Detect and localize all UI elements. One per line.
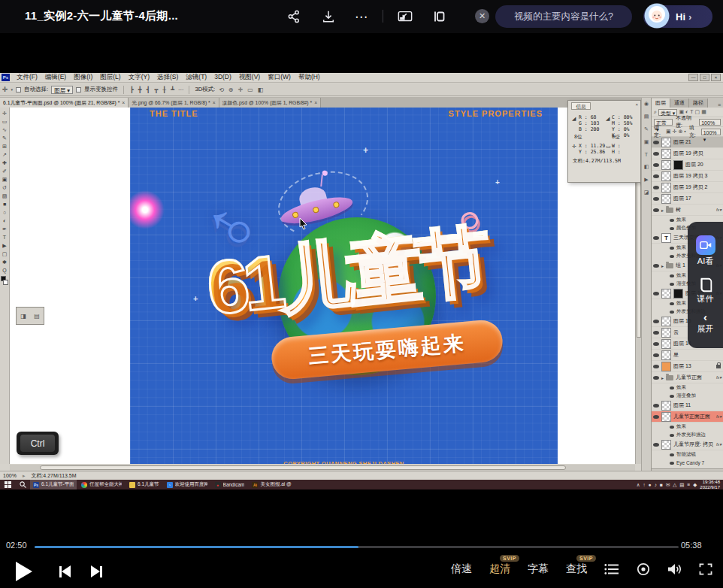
taskbar-item[interactable]: Ai美女图报.ai @ 60... <box>249 480 295 489</box>
align-left-icon[interactable]: ┣ <box>129 86 135 93</box>
tool-move[interactable]: ✛ <box>1 109 9 117</box>
layer-row[interactable]: 图层 20 <box>652 159 723 171</box>
taskbar-item[interactable]: Ps6.1儿童节-平面图.p... <box>30 480 77 489</box>
align-center-icon[interactable]: ╋ <box>138 86 143 93</box>
tool-pen[interactable]: ✒ <box>1 225 9 233</box>
visibility-eye-icon[interactable] <box>670 302 674 305</box>
fx-indicator[interactable]: fx▾ <box>716 442 721 447</box>
visibility-eye-icon[interactable] <box>653 292 659 296</box>
visibility-eye-icon[interactable] <box>653 443 659 447</box>
filter-kind-dropdown[interactable]: 类型 ▾ <box>658 109 677 116</box>
tray-icon[interactable]: ● <box>649 482 652 488</box>
opacity-value[interactable]: 100% ▾ <box>699 119 721 126</box>
tool-zoom[interactable]: Q <box>1 266 9 274</box>
taskbar-item[interactable]: ●Bandicam <box>212 480 248 489</box>
align-bottom-icon[interactable]: ┻ <box>170 86 175 93</box>
tool-brush[interactable]: ✐ <box>1 167 9 175</box>
layer-effect-row[interactable]: 智能滤镜 <box>652 450 723 459</box>
dock-panel-icon[interactable]: ✎ <box>644 126 649 132</box>
taskbar-item[interactable]: 任屋帮全能大神教... <box>78 480 125 489</box>
visibility-eye-icon[interactable] <box>653 163 659 167</box>
start-button[interactable] <box>0 480 15 489</box>
filter-icon[interactable]: ▦ <box>701 109 706 115</box>
picture-in-picture-icon[interactable] <box>397 8 413 25</box>
tray-icon[interactable]: ✉ <box>666 482 670 488</box>
courseware-label[interactable]: 课件 <box>697 293 714 305</box>
3d-slide-icon[interactable]: ▭ <box>247 86 254 93</box>
info-panel-tab[interactable]: 信息 <box>571 102 591 110</box>
ai-question-pill[interactable]: 视频的主要内容是什么? <box>495 5 632 28</box>
quality-button[interactable]: 超清 SVIP <box>489 562 510 576</box>
expand-label[interactable]: 展开 <box>697 323 714 335</box>
layer-row[interactable]: 图层 21 <box>652 137 723 148</box>
next-button[interactable] <box>91 565 102 577</box>
tab-close-icon[interactable]: × <box>314 100 317 105</box>
3d-scale-icon[interactable]: ◧ <box>257 86 265 93</box>
menu-item[interactable]: 帮助(H) <box>295 73 324 82</box>
visibility-eye-icon[interactable] <box>653 365 659 368</box>
show-transform-checkbox[interactable] <box>76 87 81 92</box>
layer-effect-row[interactable]: 渐变叠加 <box>652 392 723 400</box>
visibility-eye-icon[interactable] <box>670 311 674 314</box>
tray-icon[interactable]: ∧ <box>637 482 640 488</box>
lock-icon[interactable]: ⊕ <box>678 129 682 135</box>
tool-marquee[interactable]: ▭ <box>1 117 9 126</box>
layer-row[interactable]: 星 <box>652 350 723 361</box>
video-frame-photoshop[interactable]: Ps 文件(F)编辑(E)图像(I)图层(L)文字(Y)选择(S)滤镜(T)3D… <box>0 73 723 480</box>
layers-tab-路径[interactable]: 路径 <box>689 99 708 108</box>
ps-canvas[interactable]: THE TITLE STYLE PROPERTIES ♂ ♀ + + + 61儿… <box>10 108 641 464</box>
fx-indicator[interactable]: fx▾ <box>716 208 721 212</box>
window-button[interactable]: □ <box>700 74 709 81</box>
close-question-icon[interactable]: ✕ <box>475 9 489 23</box>
layer-row[interactable]: 图层 19 拷贝 2 <box>652 182 723 193</box>
layer-row[interactable]: 图层 11 <box>652 400 723 411</box>
visibility-eye-icon[interactable] <box>670 219 674 222</box>
tool-gradient[interactable]: ■ <box>1 200 9 208</box>
collapsed-panel[interactable]: ◨▤ <box>16 307 44 325</box>
visibility-eye-icon[interactable] <box>653 236 659 240</box>
tray-icon[interactable]: ≡ <box>688 482 691 488</box>
playlist-icon[interactable] <box>604 563 619 575</box>
visibility-eye-icon[interactable] <box>653 141 659 144</box>
3d-rotate-icon[interactable]: ⟲ <box>218 86 225 93</box>
tool-quick-select[interactable]: ✎ <box>1 134 9 142</box>
info-panel-close-icon[interactable]: × <box>635 102 638 107</box>
dock-panel-icon[interactable]: ▣ <box>644 139 649 145</box>
visibility-eye-icon[interactable] <box>653 404 659 408</box>
tool-type[interactable]: T <box>1 233 9 241</box>
visibility-eye-icon[interactable] <box>653 264 659 268</box>
ai-assistant-button[interactable]: Hi › <box>643 5 712 28</box>
visibility-eye-icon[interactable] <box>653 197 659 201</box>
fullscreen-icon[interactable] <box>699 563 712 575</box>
menu-item[interactable]: 3D(D) <box>210 73 235 82</box>
tab-close-icon[interactable]: × <box>213 100 216 105</box>
tray-icon[interactable]: ♪ <box>655 482 657 488</box>
options-ellipsis[interactable]: ··· <box>178 86 184 93</box>
visibility-eye-icon[interactable] <box>670 386 674 389</box>
progress-bar[interactable] <box>35 546 679 548</box>
dock-panel-icon[interactable]: ▤ <box>644 114 649 120</box>
record-icon[interactable] <box>637 562 650 576</box>
layer-row[interactable]: 儿童节正面正面fx▾ <box>652 411 723 423</box>
visibility-eye-icon[interactable] <box>653 174 659 178</box>
menu-item[interactable]: 文件(F) <box>13 73 41 82</box>
3d-pan-icon[interactable]: ✛ <box>237 86 244 93</box>
tool-path-select[interactable]: ▶ <box>1 241 9 250</box>
3d-roll-icon[interactable]: ⊕ <box>228 86 234 93</box>
align-middle-icon[interactable]: ╂ <box>162 86 167 93</box>
taskbar-clock[interactable]: 19:36:482022/9/17 <box>700 480 720 489</box>
tool-shape[interactable]: ▢ <box>1 250 9 258</box>
canvas-horizontal-scrollbar[interactable] <box>10 465 635 471</box>
layer-effect-row[interactable]: Eye Candy 7 <box>652 459 723 466</box>
chevron-left-icon[interactable]: ‹ <box>697 314 714 321</box>
download-icon[interactable] <box>320 8 337 25</box>
tool-dodge[interactable]: ◐ <box>1 217 9 225</box>
doc-tab[interactable]: 泼颜色.psd @ 100% (图层 1, RGB/8#) *× <box>219 98 321 108</box>
visibility-eye-icon[interactable] <box>653 331 659 335</box>
layers-tab-图层[interactable]: 图层 <box>652 99 670 108</box>
layer-effect-row[interactable]: 外发光和描边 <box>652 431 723 439</box>
tool-eyedropper[interactable]: ↗ <box>1 150 9 159</box>
menu-item[interactable]: 图像(I) <box>70 73 96 82</box>
fill-value[interactable]: 100% ▾ <box>701 129 721 135</box>
layer-row[interactable]: 图层 19 拷贝 <box>652 148 723 159</box>
